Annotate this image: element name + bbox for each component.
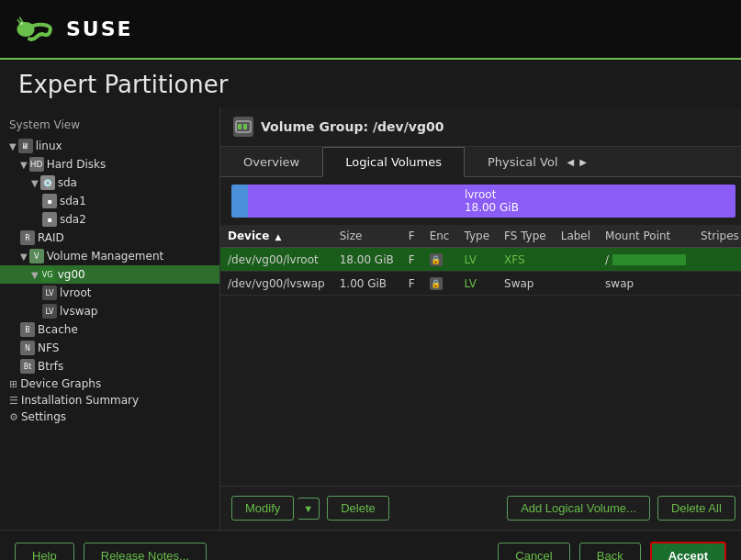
svg-rect-5 — [243, 124, 247, 129]
cell-device: /dev/vg00/lvroot — [220, 248, 332, 272]
cell-f: F — [401, 272, 422, 296]
sidebar-item-hard-disks[interactable]: ▼ HD Hard Disks — [0, 155, 219, 174]
tab-physical-vol[interactable]: Physical Vol ◀ ▶ — [465, 147, 612, 176]
sidebar-item-sda[interactable]: ▼ 💿 sda — [0, 174, 219, 192]
tab-nav-arrows: ◀ ▶ — [566, 157, 589, 167]
sidebar-item-device-graphs[interactable]: ⊞ Device Graphs — [0, 375, 219, 392]
sidebar-item-btrfs[interactable]: Bt Btrfs — [0, 357, 219, 375]
sidebar-item-label: Hard Disks — [47, 158, 107, 171]
lv-icon: LV — [42, 304, 57, 319]
table-container: Device ▲ Size F Enc Type FS Type Label M… — [220, 225, 741, 486]
sidebar-item-volume-management[interactable]: ▼ V Volume Management — [0, 247, 219, 265]
vg-icon: VG — [40, 267, 55, 282]
disk-icon: 💿 — [40, 175, 55, 190]
sidebar-item-label: linux — [36, 140, 62, 152]
suse-logo-text: SUSE — [66, 17, 133, 40]
action-bar: Modify ▼ Delete Add Logical Volume... De… — [220, 486, 741, 530]
vg-title: Volume Group: /dev/vg00 — [261, 119, 443, 134]
visual-bar-container: lvroot 18.00 GiB — [220, 177, 741, 225]
sidebar-item-nfs[interactable]: N NFS — [0, 339, 219, 357]
col-f[interactable]: F — [401, 225, 422, 248]
cancel-button[interactable]: Cancel — [498, 543, 569, 561]
sidebar-item-settings[interactable]: ⚙ Settings — [0, 409, 219, 425]
col-device[interactable]: Device ▲ — [220, 225, 332, 248]
sidebar-item-linux[interactable]: ▼ 🖥 linux — [0, 137, 219, 155]
sidebar-item-label: sda2 — [60, 213, 86, 226]
app-header: SUSE — [0, 0, 741, 60]
sidebar-item-installation-summary[interactable]: ☰ Installation Summary — [0, 392, 219, 409]
partition-icon: ▪ — [42, 194, 57, 208]
sidebar: System View ▼ 🖥 linux ▼ HD Hard Disks ▼ … — [0, 107, 220, 530]
delete-button[interactable]: Delete — [327, 496, 389, 521]
sidebar-item-vg00[interactable]: ▼ VG vg00 — [0, 265, 219, 284]
cell-size: 1.00 GiB — [332, 272, 401, 296]
sidebar-item-label: sda — [58, 176, 77, 189]
volume-mgmt-icon: V — [29, 249, 44, 263]
sidebar-item-sda1[interactable]: ▪ sda1 — [0, 192, 219, 210]
modify-button[interactable]: Modify — [231, 496, 294, 521]
bottom-right-buttons: Cancel Back Accept — [498, 542, 726, 561]
bar-blue-segment — [231, 185, 248, 218]
sidebar-item-bcache[interactable]: B Bcache — [0, 320, 219, 339]
right-action-buttons: Add Logical Volume... Delete All — [507, 496, 735, 521]
tab-overview[interactable]: Overview — [220, 147, 322, 176]
lock-icon: 🔒 — [430, 253, 443, 266]
col-enc[interactable]: Enc — [422, 225, 457, 248]
accept-button[interactable]: Accept — [650, 542, 726, 561]
cell-enc: 🔒 — [422, 272, 457, 296]
tab-prev-arrow[interactable]: ◀ — [566, 157, 577, 167]
add-logical-volume-button[interactable]: Add Logical Volume... — [507, 496, 650, 521]
expand-arrow: ▼ — [20, 252, 28, 262]
col-label[interactable]: Label — [554, 225, 598, 248]
sidebar-item-lvswap[interactable]: LV lvswap — [0, 302, 219, 320]
title-bar: Expert Partitioner — [0, 60, 741, 107]
cell-device: /dev/vg00/lvswap — [220, 272, 332, 296]
cell-fs-type: XFS — [497, 248, 554, 272]
back-button[interactable]: Back — [579, 543, 641, 561]
tabs-bar: Overview Logical Volumes Physical Vol ◀ … — [220, 147, 741, 177]
sidebar-item-sda2[interactable]: ▪ sda2 — [0, 210, 219, 229]
partition-icon: ▪ — [42, 212, 57, 227]
tab-logical-volumes[interactable]: Logical Volumes — [322, 147, 465, 177]
col-type[interactable]: Type — [456, 225, 497, 248]
vg-header-icon — [233, 117, 253, 137]
sidebar-item-label: sda1 — [60, 195, 86, 207]
sidebar-item-label: Bcache — [38, 323, 78, 336]
cell-enc: 🔒 — [422, 248, 457, 272]
expand-arrow: ▼ — [20, 160, 28, 170]
sidebar-item-label: lvswap — [60, 305, 97, 318]
sidebar-label: System View — [0, 115, 219, 137]
harddisk-icon: HD — [29, 157, 44, 172]
delete-all-button[interactable]: Delete All — [657, 496, 735, 521]
bar-label: lvroot 18.00 GiB — [465, 188, 519, 214]
sidebar-item-label: RAID — [38, 231, 64, 244]
modify-dropdown-button[interactable]: ▼ — [298, 498, 320, 520]
lv-table: Device ▲ Size F Enc Type FS Type Label M… — [220, 225, 741, 296]
bcache-icon: B — [20, 322, 35, 337]
col-fs-type[interactable]: FS Type — [497, 225, 554, 248]
table-row[interactable]: /dev/vg00/lvroot 18.00 GiB F 🔒 LV XFS / — [220, 248, 741, 272]
release-notes-button[interactable]: Release Notes... — [84, 543, 207, 561]
page-title: Expert Partitioner — [18, 71, 723, 98]
cell-f: F — [401, 248, 422, 272]
sidebar-item-label: NFS — [38, 342, 59, 354]
sidebar-item-label: Btrfs — [38, 360, 63, 373]
col-stripes[interactable]: Stripes — [693, 225, 741, 248]
tab-next-arrow[interactable]: ▶ — [578, 157, 589, 167]
vg-header: Volume Group: /dev/vg00 — [220, 107, 741, 147]
sidebar-item-lvroot[interactable]: LV lvroot — [0, 284, 219, 302]
nfs-icon: N — [20, 341, 35, 355]
monitor-icon: 🖥 — [18, 139, 33, 153]
bar-purple-segment: lvroot 18.00 GiB — [248, 185, 735, 218]
col-size[interactable]: Size — [332, 225, 401, 248]
lock-icon: 🔒 — [430, 277, 443, 290]
table-row[interactable]: /dev/vg00/lvswap 1.00 GiB F 🔒 LV Swap sw… — [220, 272, 741, 296]
btrfs-icon: Bt — [20, 359, 35, 374]
svg-rect-4 — [238, 124, 241, 129]
sidebar-item-label: vg00 — [58, 268, 85, 281]
help-button[interactable]: Help — [15, 543, 74, 561]
sidebar-item-raid[interactable]: R RAID — [0, 229, 219, 247]
sidebar-item-label: Volume Management — [47, 250, 164, 263]
lv-icon: LV — [42, 286, 57, 300]
col-mount-point[interactable]: Mount Point — [598, 225, 693, 248]
